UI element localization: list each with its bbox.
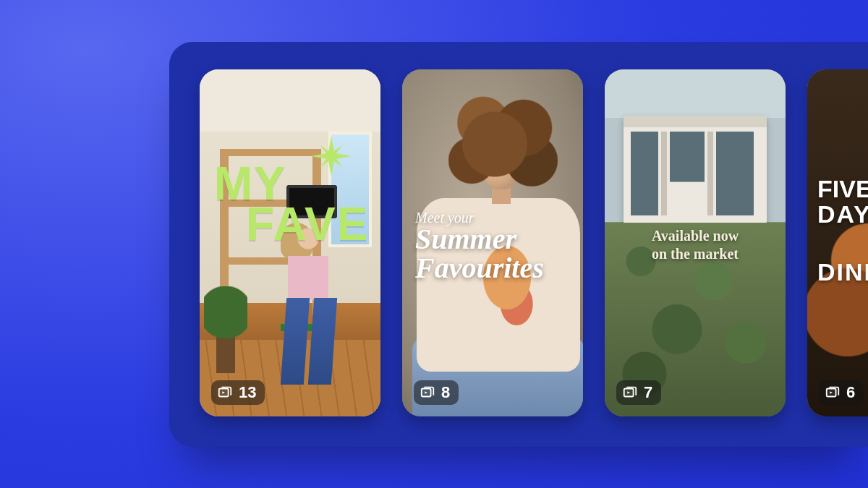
card-overlay-title: Meet your Summer Favourites bbox=[415, 210, 573, 283]
video-stack-icon bbox=[217, 385, 233, 401]
overlay-line-3: DINE bbox=[817, 260, 868, 285]
page-count-badge: 13 bbox=[211, 380, 265, 405]
video-stack-icon bbox=[622, 385, 638, 401]
overlay-line-2: Favourites bbox=[415, 254, 573, 283]
page-count-badge: 8 bbox=[414, 380, 459, 405]
overlay-line-2: FAVE bbox=[246, 204, 370, 244]
overlay-line-2: DAYS bbox=[817, 202, 868, 227]
overlay-line-1: Available now bbox=[652, 228, 739, 244]
card-overlay-title: MY FAVE bbox=[214, 163, 370, 245]
overlay-line-1: Summer bbox=[415, 225, 573, 254]
page-count: 8 bbox=[441, 385, 450, 401]
card-overlay-title: Available now on the market bbox=[605, 227, 786, 263]
page-count: 13 bbox=[239, 385, 256, 401]
card-overlay-title: FIVE DAYS DINE bbox=[817, 176, 868, 285]
template-card[interactable]: MY FAVE 13 bbox=[200, 69, 380, 416]
template-card[interactable]: FIVE DAYS DINE 6 bbox=[807, 69, 868, 416]
template-carousel-panel: MY FAVE 13 Meet yo bbox=[169, 42, 868, 447]
page-count-badge: 7 bbox=[616, 380, 661, 405]
template-card[interactable]: Available now on the market 7 bbox=[605, 69, 786, 416]
page-count-badge: 6 bbox=[819, 380, 864, 405]
overlay-line-2: on the market bbox=[652, 246, 739, 262]
page-count: 6 bbox=[846, 385, 855, 401]
page-count: 7 bbox=[644, 385, 652, 401]
video-stack-icon bbox=[825, 385, 841, 401]
template-card[interactable]: Meet your Summer Favourites 8 bbox=[402, 69, 583, 416]
video-stack-icon bbox=[420, 385, 435, 401]
overlay-line-1: FIVE bbox=[817, 176, 868, 202]
